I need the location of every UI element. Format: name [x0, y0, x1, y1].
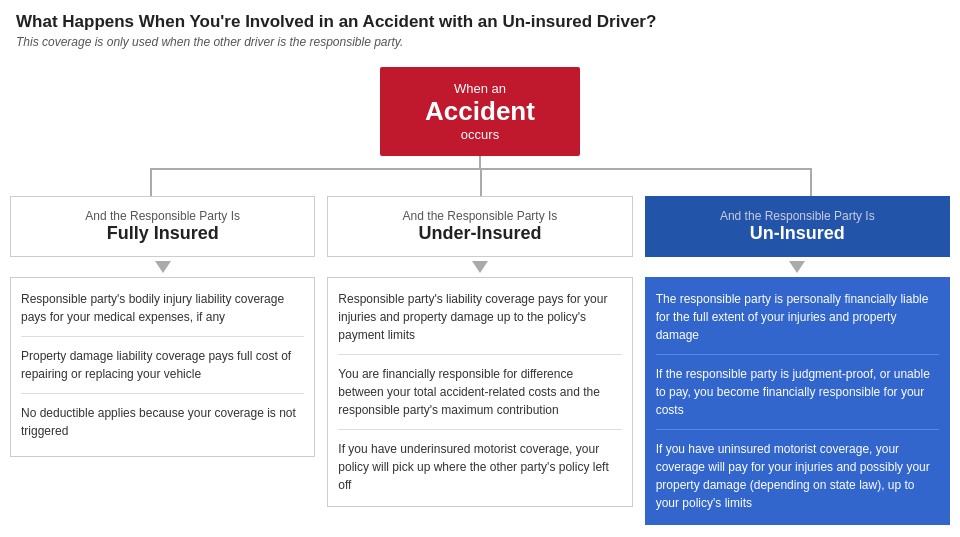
accident-box: When an Accident occurs: [380, 67, 580, 156]
col2-arrow: [472, 261, 488, 273]
v-connector-left: [150, 168, 152, 196]
col3-and-text: And the Responsible Party Is: [656, 209, 939, 223]
col1-and-text: And the Responsible Party Is: [21, 209, 304, 223]
col1-item-2: Property damage liability coverage pays …: [21, 347, 304, 394]
accident-word: Accident: [404, 96, 556, 127]
accident-occurs-text: occurs: [461, 127, 499, 142]
col-header-fully-insured: And the Responsible Party Is Fully Insur…: [10, 196, 315, 257]
col2-and-text: And the Responsible Party Is: [338, 209, 621, 223]
col1-content: Responsible party's bodily injury liabil…: [10, 277, 315, 457]
page-container: What Happens When You're Involved in an …: [16, 12, 944, 525]
v-connector-right: [810, 168, 812, 196]
col-under-insured: And the Responsible Party Is Under-Insur…: [327, 196, 632, 525]
accident-when-text: When an: [454, 81, 506, 96]
col2-content: Responsible party's liability coverage p…: [327, 277, 632, 507]
col3-item-1: The responsible party is personally fina…: [656, 290, 939, 355]
col3-content: The responsible party is personally fina…: [645, 277, 950, 525]
col1-arrow: [155, 261, 171, 273]
col1-item-1: Responsible party's bodily injury liabil…: [21, 290, 304, 337]
col2-status: Under-Insured: [338, 223, 621, 244]
branch-connector: [10, 168, 950, 196]
col2-item-1: Responsible party's liability coverage p…: [338, 290, 621, 355]
col3-item-2: If the responsible party is judgment-pro…: [656, 365, 939, 430]
col1-item-3: No deductible applies because your cover…: [21, 404, 304, 440]
columns-container: And the Responsible Party Is Fully Insur…: [10, 196, 950, 525]
col1-status: Fully Insured: [21, 223, 304, 244]
flow-diagram: When an Accident occurs And the Responsi…: [16, 67, 944, 525]
col2-item-3: If you have underinsured motorist covera…: [338, 440, 621, 494]
col-fully-insured: And the Responsible Party Is Fully Insur…: [10, 196, 315, 525]
col-header-under-insured: And the Responsible Party Is Under-Insur…: [327, 196, 632, 257]
top-arrow-line: [479, 156, 481, 168]
col2-item-2: You are financially responsible for diff…: [338, 365, 621, 430]
col-header-un-insured: And the Responsible Party Is Un-Insured: [645, 196, 950, 257]
v-connector-center: [480, 168, 482, 196]
col-un-insured: And the Responsible Party Is Un-Insured …: [645, 196, 950, 525]
page-subtitle: This coverage is only used when the othe…: [16, 35, 944, 49]
col3-arrow: [789, 261, 805, 273]
col3-status: Un-Insured: [656, 223, 939, 244]
page-title: What Happens When You're Involved in an …: [16, 12, 944, 32]
col3-item-3: If you have uninsured motorist coverage,…: [656, 440, 939, 512]
